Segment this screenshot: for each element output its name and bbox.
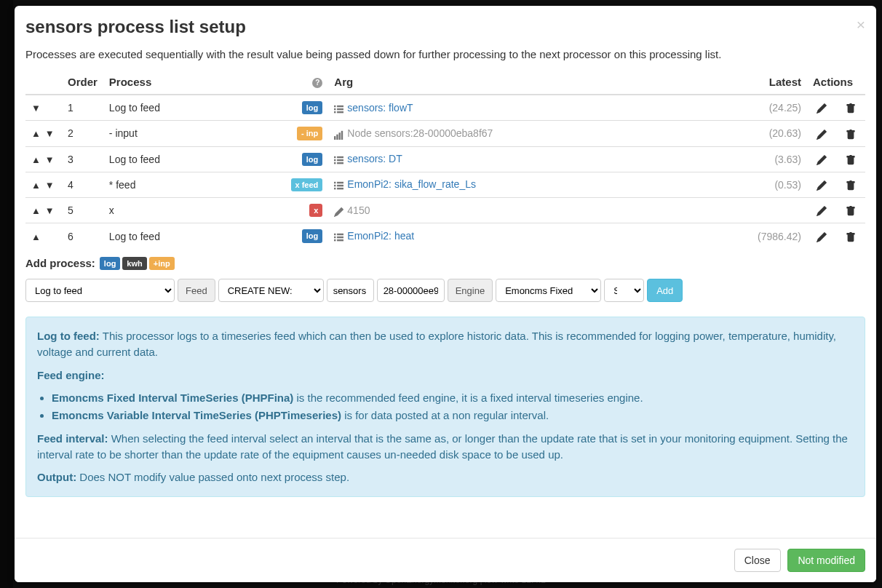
table-row: ▲ 6 Log to feed log EmonPi2: heat (7986.…: [25, 223, 865, 249]
svg-rect-14: [334, 162, 335, 164]
move-up-icon[interactable]: ▲: [31, 231, 41, 242]
svg-rect-1: [337, 105, 343, 106]
move-up-icon[interactable]: ▲: [31, 180, 41, 191]
info-phpfina-text: is the recommended feed engine, it is a …: [293, 392, 643, 404]
process-badge: x feed: [291, 178, 323, 191]
edit-button[interactable]: [817, 102, 827, 114]
move-up-icon[interactable]: ▲: [31, 128, 41, 139]
table-row: ▲ ▼ 3 Log to feed log sensors: DT (3.63): [25, 146, 865, 172]
move-down-icon[interactable]: ▼: [45, 128, 55, 139]
move-down-icon[interactable]: ▼: [45, 205, 55, 216]
svg-rect-5: [337, 111, 343, 113]
delete-button[interactable]: [846, 127, 856, 139]
pencil-icon: [817, 232, 827, 242]
svg-rect-7: [337, 135, 338, 140]
arg-link[interactable]: sensors: DT: [347, 153, 402, 164]
list-icon: [334, 181, 343, 191]
latest-cell: [690, 198, 807, 223]
close-button[interactable]: Close: [734, 549, 781, 572]
order-cell: 5: [62, 198, 103, 223]
feed-tag-input[interactable]: [327, 279, 374, 302]
edit-button[interactable]: [817, 154, 827, 165]
pencil-icon: [817, 130, 827, 140]
svg-rect-27: [337, 239, 343, 241]
modal-title: sensors process list setup: [25, 17, 865, 37]
preset-badge[interactable]: log: [100, 257, 121, 270]
info-phptimeseries-text: is for data posted at a non regular inte…: [341, 409, 549, 421]
process-cell: - input: [103, 121, 237, 146]
trash-icon: [846, 103, 856, 114]
svg-rect-2: [334, 108, 335, 109]
preset-badge[interactable]: kwh: [122, 257, 146, 270]
add-process-label-row: Add process: logkwh+inp: [25, 256, 865, 270]
delete-button[interactable]: [846, 179, 856, 191]
table-row: ▲ ▼ 5 x x 4150: [25, 198, 865, 223]
process-cell: Log to feed: [103, 223, 237, 249]
col-latest: Latest: [690, 69, 807, 95]
arg-link[interactable]: EmonPi2: heat: [347, 230, 414, 242]
info-feedinterval-label: Feed interval:: [37, 432, 108, 445]
col-process: Process: [103, 69, 237, 95]
move-down-icon[interactable]: ▼: [45, 180, 55, 191]
pencil-icon: [817, 180, 827, 191]
pencil-icon: [817, 155, 827, 165]
engine-select[interactable]: Emoncms Fixed Inte: [496, 279, 601, 302]
col-order: Order: [62, 69, 103, 95]
interval-select[interactable]: Selec: [604, 279, 644, 302]
info-phptimeseries-label: Emoncms Variable Interval TimeSeries (PH…: [52, 409, 341, 421]
arg-text: 4150: [347, 204, 370, 216]
add-process-label: Add process:: [25, 257, 95, 269]
move-up-icon[interactable]: ▲: [31, 154, 41, 165]
feed-select[interactable]: CREATE NEW:: [218, 279, 324, 302]
arg-link[interactable]: sensors: flowT: [347, 102, 413, 114]
col-help: ?: [236, 69, 328, 95]
svg-rect-17: [337, 182, 343, 183]
preset-badge[interactable]: +inp: [149, 257, 175, 270]
trash-icon: [846, 232, 856, 242]
edit-button[interactable]: [817, 230, 827, 242]
process-select[interactable]: Log to feed: [25, 279, 175, 302]
arg-link[interactable]: EmonPi2: sika_flow_rate_Ls: [347, 178, 476, 190]
add-button[interactable]: Add: [647, 279, 683, 302]
close-icon[interactable]: ×: [857, 17, 865, 32]
delete-button[interactable]: [846, 204, 856, 216]
modal-header: sensors process list setup ×: [15, 6, 876, 48]
svg-rect-3: [337, 108, 343, 109]
not-modified-button[interactable]: Not modified: [787, 549, 865, 572]
move-down-icon[interactable]: ▼: [45, 154, 55, 165]
list-icon: [334, 233, 343, 242]
info-panel: Log to feed: This processor logs to a ti…: [25, 317, 865, 497]
move-down-icon[interactable]: ▼: [31, 103, 41, 114]
modal-footer: Close Not modified: [15, 538, 876, 582]
col-arg: Arg: [328, 69, 690, 95]
delete-button[interactable]: [846, 154, 856, 165]
latest-cell: (0.53): [690, 172, 807, 197]
edit-button[interactable]: [817, 127, 827, 139]
intro-text: Processes are executed sequentially with…: [25, 48, 865, 60]
trash-icon: [846, 155, 856, 165]
edit-button[interactable]: [817, 204, 827, 216]
delete-button[interactable]: [846, 102, 856, 114]
svg-rect-12: [334, 159, 335, 161]
process-badge: - inp: [297, 127, 322, 140]
feed-name-input[interactable]: [377, 279, 445, 302]
svg-rect-8: [339, 132, 341, 140]
svg-rect-21: [337, 188, 343, 189]
move-up-icon[interactable]: ▲: [31, 205, 41, 216]
latest-cell: (20.63): [690, 121, 807, 146]
trash-icon: [846, 130, 856, 140]
process-badge: log: [302, 153, 323, 166]
info-output-text: Does NOT modify value passed onto next p…: [76, 471, 349, 483]
svg-rect-4: [334, 111, 335, 113]
modal-body: Processes are executed sequentially with…: [15, 48, 876, 538]
help-icon[interactable]: ?: [312, 78, 322, 88]
svg-rect-13: [337, 159, 343, 161]
trash-icon: [846, 206, 856, 216]
pencil-icon: [817, 103, 827, 114]
svg-rect-23: [337, 234, 343, 235]
svg-rect-11: [337, 156, 343, 158]
edit-button[interactable]: [817, 179, 827, 191]
delete-button[interactable]: [846, 230, 856, 242]
svg-rect-25: [337, 237, 343, 238]
process-cell: Log to feed: [103, 146, 237, 172]
